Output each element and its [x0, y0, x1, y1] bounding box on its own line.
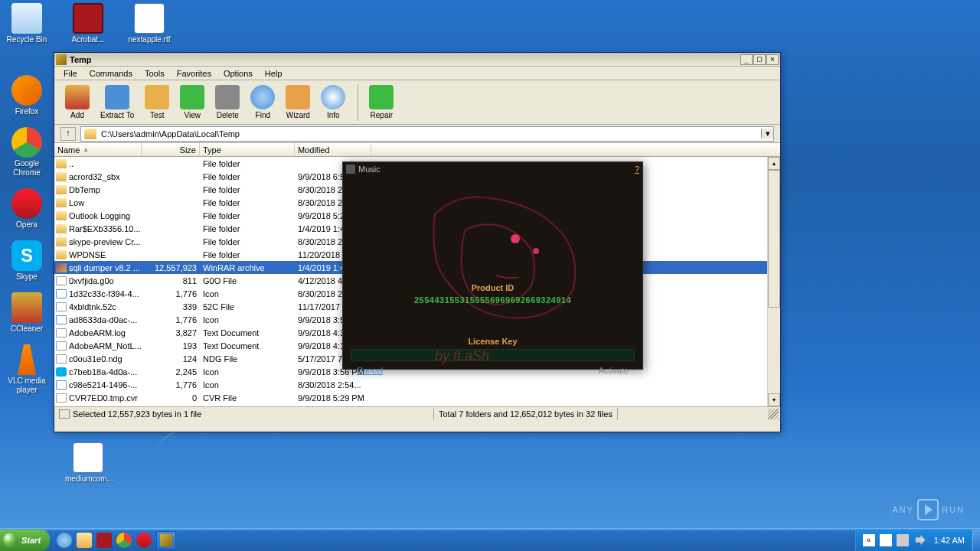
taskbar-explorer-icon[interactable] [77, 533, 92, 548]
desktop-icon-firefox[interactable]: Firefox [5, 75, 49, 116]
tray-flag-icon[interactable] [880, 534, 892, 546]
toolbar-wizard[interactable]: Wizard [281, 83, 315, 121]
taskbar-opera-icon[interactable] [136, 533, 152, 548]
scrollbar[interactable]: ▴ ▾ [767, 157, 780, 406]
menu-file[interactable]: File [57, 67, 83, 80]
desktop-icon-nextapple[interactable]: nextapple.rtf [127, 3, 172, 44]
column-modified[interactable]: Modified [295, 143, 371, 156]
column-type[interactable]: Type [200, 143, 295, 156]
table-row[interactable]: c98e5214-1496-...1,776Icon8/30/2018 2:54… [54, 378, 780, 391]
toolbar-separator [358, 84, 358, 121]
desktop-icon-acrobat[interactable]: Acrobat... [66, 3, 110, 44]
menu-options[interactable]: Options [217, 67, 259, 80]
menu-tools[interactable]: Tools [139, 67, 171, 80]
resize-grip[interactable] [768, 409, 779, 419]
dialog-title: Music [358, 165, 381, 174]
panther-graphic [389, 184, 603, 337]
show-desktop-button[interactable] [972, 530, 980, 551]
license-key-input[interactable] [351, 349, 635, 361]
status-total: Total 7 folders and 12,652,012 bytes in … [439, 409, 612, 419]
menu-favorites[interactable]: Favorites [171, 67, 217, 80]
activate-button[interactable]: Activate [599, 366, 629, 375]
desktop-icon-skype[interactable]: SSkype [5, 240, 49, 282]
maximize-button[interactable]: □ [753, 54, 766, 65]
address-input[interactable]: C:\Users\admin\AppData\Local\Temp ▾ [80, 126, 774, 142]
toolbar-info[interactable]: Info [316, 83, 350, 121]
flash-watermark: by fLaSh [435, 348, 489, 364]
product-id-value: 25544315531555569696926693249​14 [343, 295, 642, 305]
desktop-icon-vlc[interactable]: VLC media player [5, 344, 49, 395]
titlebar[interactable]: Temp _ □ ✕ [54, 53, 780, 67]
window-title: Temp [70, 55, 740, 64]
menubar: File Commands Tools Favorites Options He… [54, 67, 780, 80]
scroll-thumb[interactable] [768, 170, 780, 308]
start-button[interactable]: Start [0, 530, 50, 551]
product-id-label: Product ID [343, 283, 642, 292]
address-bar: ↑ C:\Users\admin\AppData\Local\Temp ▾ [54, 125, 780, 143]
status-bar: Selected 12,557,923 bytes in 1 file Tota… [54, 406, 780, 420]
license-dialog: Music ? Product ID 255443155315555696969… [342, 161, 643, 370]
cancel-link[interactable]: Cancel [357, 366, 383, 375]
column-size[interactable]: Size [142, 143, 200, 156]
taskbar-chrome-icon[interactable] [116, 533, 132, 548]
license-key-label: License Key [343, 337, 642, 346]
toolbar: Add Extract To Test View Delete Find Wiz… [54, 80, 780, 125]
clock[interactable]: 1:42 AM [934, 536, 965, 545]
toolbar-delete[interactable]: Delete [211, 83, 244, 121]
desktop-icon-ccleaner[interactable]: CCleaner [5, 292, 49, 334]
help-link[interactable]: ? [635, 165, 639, 174]
start-orb-icon [3, 533, 18, 548]
scroll-down[interactable]: ▾ [768, 393, 780, 406]
tray-expand-icon[interactable]: « [863, 534, 875, 546]
scroll-up[interactable]: ▴ [768, 157, 780, 170]
taskbar-winrar-active[interactable] [156, 531, 176, 549]
toolbar-repair[interactable]: Repair [364, 83, 398, 121]
desktop-icon-recyclebin[interactable]: Recycle Bin [5, 3, 49, 44]
toolbar-extract[interactable]: Extract To [96, 83, 139, 121]
menu-commands[interactable]: Commands [83, 67, 139, 80]
svg-point-1 [533, 248, 539, 254]
desktop-icon-mediumcom[interactable]: mediumcom... [66, 442, 110, 484]
column-headers: Name▲ Size Type Modified [54, 143, 780, 157]
tray-volume-icon[interactable] [913, 534, 926, 546]
status-icon [59, 409, 70, 419]
dialog-titlebar[interactable]: Music ? [343, 162, 642, 176]
taskbar: Start « 1:42 AM [0, 528, 980, 551]
address-dropdown[interactable]: ▾ [761, 129, 773, 139]
taskbar-acrobat-icon[interactable] [96, 533, 112, 548]
app-icon [56, 54, 67, 65]
menu-help[interactable]: Help [259, 67, 289, 80]
anyrun-watermark: ANY RUN [893, 499, 965, 520]
close-button[interactable]: ✕ [766, 54, 779, 65]
desktop-icon-chrome[interactable]: Google Chrome [5, 127, 49, 178]
toolbar-find[interactable]: Find [246, 83, 279, 121]
taskbar-ie-icon[interactable] [57, 533, 72, 548]
desktop-icon-opera[interactable]: Opera [5, 188, 49, 230]
column-name[interactable]: Name▲ [54, 143, 142, 156]
status-selection: Selected 12,557,923 bytes in 1 file [73, 409, 201, 419]
table-row[interactable]: CVR7ED0.tmp.cvr0CVR File9/9/2018 5:29 PM [54, 391, 780, 404]
system-tray: « 1:42 AM [855, 530, 972, 551]
toolbar-test[interactable]: Test [140, 83, 174, 121]
toolbar-add[interactable]: Add [60, 83, 94, 121]
dialog-icon [346, 165, 355, 174]
folder-icon [84, 129, 96, 139]
toolbar-view[interactable]: View [175, 83, 209, 121]
up-button[interactable]: ↑ [60, 127, 76, 141]
minimize-button[interactable]: _ [740, 54, 753, 65]
tray-network-icon[interactable] [897, 534, 909, 546]
svg-point-0 [511, 234, 520, 243]
